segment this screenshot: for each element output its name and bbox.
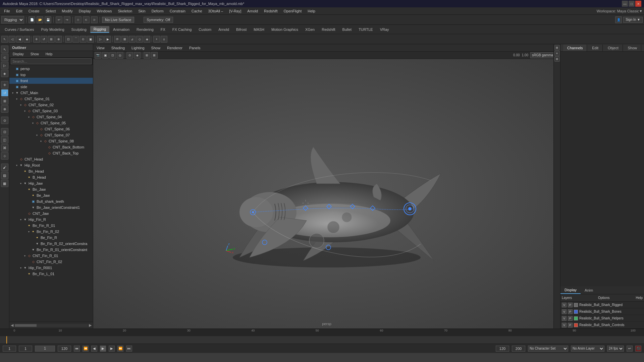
symmetry-off-button[interactable]: Symmetry: Off (144, 17, 173, 23)
menu-display[interactable]: Display (76, 8, 94, 14)
tab-bullet[interactable]: Bullet (339, 26, 355, 33)
tab-redshift[interactable]: Redshift (318, 26, 338, 33)
tab-poly-modeling[interactable]: Poly Modeling (38, 26, 67, 33)
paint-icon[interactable]: ◀ (16, 36, 23, 43)
redo-icon[interactable]: ↪ (64, 16, 70, 23)
current-frame-input[interactable] (19, 346, 32, 352)
fps-select[interactable]: 24 fps (607, 346, 624, 352)
viewport-view-menu[interactable]: View (95, 45, 107, 51)
scroll-right-icon[interactable]: ▶ (89, 323, 92, 327)
close-button[interactable]: ✕ (635, 1, 641, 7)
menu-redshift[interactable]: Redshift (261, 8, 280, 14)
auto-key-button[interactable]: ⚫ (635, 346, 641, 352)
soft-select-icon[interactable]: ◈ (23, 36, 30, 43)
lasso-tool-icon[interactable]: ⊂ (83, 16, 90, 23)
rigging-left-1[interactable]: ⊡ (1, 128, 8, 135)
tab-arnold[interactable]: Arnold (215, 26, 232, 33)
layer-visibility-4[interactable]: V (562, 323, 567, 327)
tree-item-Bn_Jaw[interactable]: ✦Bn_Jaw (9, 186, 93, 192)
tab-custom[interactable]: Custom (195, 26, 215, 33)
tree-item-CNT_Spine_06[interactable]: ◇CNT_Spine_06 (9, 126, 93, 132)
tree-item-Be_Jaw[interactable]: ✦Be_Jaw (9, 192, 93, 198)
tab-motion-graphics[interactable]: Motion Graphics (268, 26, 302, 33)
layer-visibility-1[interactable]: V (562, 303, 567, 307)
snap-point-icon[interactable]: ⊙ (80, 36, 87, 43)
rotate-icon[interactable]: ↺ (41, 36, 47, 43)
rigging-left-4[interactable]: ⊹ (1, 152, 8, 160)
tree-item-CNT_Fin_R_02[interactable]: ◇CNT_Fin_R_02 (9, 259, 93, 265)
ctrl-jaw[interactable] (309, 233, 324, 248)
universal-tool-button[interactable]: ⊕ (1, 105, 8, 113)
tree-item-CNT_Spine_03[interactable]: ▾◇CNT_Spine_03 (9, 108, 93, 114)
tree-item-Bn_Fin_R_01[interactable]: ✦Bn_Fin_R_01 (9, 223, 93, 229)
tab-vray[interactable]: VRay (377, 26, 392, 33)
scroll-left-icon[interactable]: ◀ (11, 323, 13, 327)
range-end-input[interactable] (58, 346, 71, 352)
viewport-renderer-menu[interactable]: Renderer (165, 45, 184, 51)
shading-icon[interactable]: ▣ (102, 52, 109, 59)
plus-icon[interactable]: + (153, 36, 160, 43)
tree-item-CNT_Main[interactable]: ▾▼CNT_Main (9, 90, 93, 96)
options-label[interactable]: Options (598, 296, 609, 300)
menu-skin[interactable]: Skin (136, 8, 148, 14)
menu-select[interactable]: Select (43, 8, 59, 14)
tree-item-Bn_Jaw_orientConstraint1[interactable]: ▼Bn_Jaw_orientConstraint1 (9, 204, 93, 210)
layer-p-4[interactable]: P (568, 323, 573, 327)
object-tab[interactable]: Object (604, 45, 623, 51)
menu-constrain[interactable]: Constrain (167, 8, 188, 14)
tree-item-Hip_Fin_R001[interactable]: ▾▼Hip_Fin_R001 (9, 265, 93, 271)
go-to-end-button[interactable]: ⏭ (126, 346, 132, 352)
tool-settings-icon[interactable]: ⚙ (554, 56, 560, 62)
tree-item-Bn_Fin_R_01_orientConstraint[interactable]: ▼Bn_Fin_R_01_orientConstraint (9, 247, 93, 253)
tree-arrow[interactable]: ▾ (39, 139, 43, 143)
sign-in-button[interactable]: Sign In ▼ (623, 17, 643, 23)
play-button[interactable]: ▶ (100, 346, 106, 352)
rigging-tool-5[interactable]: ◈ (144, 36, 150, 43)
open-scene-icon[interactable]: 📂 (37, 16, 43, 23)
tab-fx[interactable]: FX (157, 26, 169, 33)
lasso-icon[interactable]: ◁ (9, 36, 15, 43)
minimize-button[interactable]: — (622, 1, 628, 7)
tree-item-Hip_Jaw[interactable]: ▾▼Hip_Jaw (9, 180, 93, 186)
help-label[interactable]: Help (636, 296, 643, 300)
select-tool-icon[interactable]: ⊹ (75, 16, 82, 23)
paint-select-icon[interactable]: ⊃ (91, 16, 98, 23)
tree-item-B_Head[interactable]: ✦B_Head (9, 174, 93, 180)
hud-icon[interactable]: ⊠ (151, 52, 158, 59)
tab-mash[interactable]: MASH (250, 26, 268, 33)
snap-curve-icon[interactable]: ⌒ (72, 36, 79, 43)
tree-item-front[interactable]: ▣front (9, 78, 93, 84)
tree-arrow[interactable]: ▾ (15, 163, 19, 167)
snap-grid-icon[interactable]: ⊡ (65, 36, 72, 43)
next-frame-button[interactable]: ▶ (109, 346, 115, 352)
viewport-panels-menu[interactable]: Panels (187, 45, 203, 51)
tree-item-Hip_Fin_R[interactable]: ▾▼Hip_Fin_R (9, 217, 93, 223)
camera-icon[interactable]: 📷 (95, 52, 101, 59)
rigging-tool-1[interactable]: ⟳ (114, 36, 121, 43)
lasso-tool-button[interactable]: ⊂ (1, 54, 8, 61)
rigging-tool-2[interactable]: ⊠ (121, 36, 128, 43)
tree-item-Hip_Root[interactable]: ▾▼Hip_Root (9, 162, 93, 168)
render-icon[interactable]: ▷ (97, 36, 104, 43)
tree-item-top[interactable]: ▣top (9, 72, 93, 78)
outliner-show-menu[interactable]: Show (29, 52, 41, 56)
tree-item-Bn_Head[interactable]: ✦Bn_Head (9, 168, 93, 174)
tab-bifrost[interactable]: Bifrost (233, 26, 250, 33)
undo-icon[interactable]: ↩ (56, 16, 62, 23)
viewport-lighting-menu[interactable]: Lighting (129, 45, 147, 51)
paint-skin-button[interactable]: ▦ (1, 180, 8, 187)
ctrl-body[interactable] (342, 212, 352, 222)
tab-turtle[interactable]: TURTLE (355, 26, 376, 33)
tree-item-CNT_Fin_R_01[interactable]: ▾◇CNT_Fin_R_01 (9, 253, 93, 259)
tree-item-CNT_Spine_04[interactable]: ▾◇CNT_Spine_04 (9, 114, 93, 120)
rigging-left-3[interactable]: ⌘ (1, 144, 8, 152)
prev-frame-button[interactable]: ◀ (91, 346, 97, 352)
tree-item-CNT_Jaw[interactable]: ◇CNT_Jaw (9, 210, 93, 217)
tab-rendering[interactable]: Rendering (133, 26, 157, 33)
next-keyframe-button[interactable]: ⏩ (117, 346, 123, 352)
paint-weights-button[interactable]: 🖌 (1, 164, 8, 171)
grid-icon[interactable]: ⊞ (144, 52, 150, 59)
tree-item-Bull_shark_teeth[interactable]: ▣Bull_shark_teeth (9, 198, 93, 204)
tree-item-CNT_Spine_01[interactable]: ▾◇CNT_Spine_01 (9, 96, 93, 102)
layer-p-2[interactable]: P (568, 309, 573, 314)
